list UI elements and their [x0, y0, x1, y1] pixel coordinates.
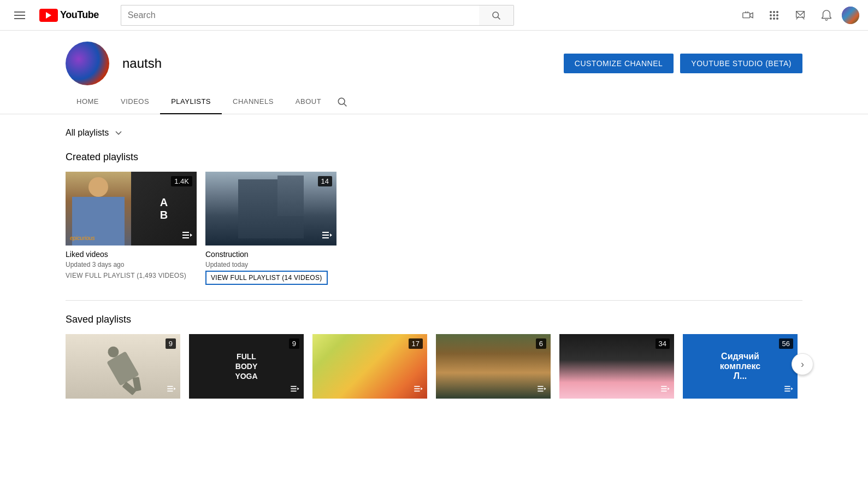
svg-marker-45	[544, 387, 546, 390]
search-input[interactable]	[121, 5, 479, 26]
create-video-button[interactable]	[737, 4, 759, 26]
construction-image	[205, 172, 336, 245]
saved-thumb-watercolor: 17	[312, 334, 427, 399]
tab-videos[interactable]: VIDEOS	[110, 90, 160, 114]
apps-button[interactable]	[763, 4, 785, 26]
search-button[interactable]	[479, 5, 514, 26]
channel-avatar-image	[66, 42, 109, 85]
russian-count: 56	[779, 338, 793, 349]
epicurious-label: epicurious	[70, 235, 95, 241]
liked-count: 1.4K	[171, 176, 192, 186]
dark-list-icon	[291, 384, 299, 394]
liked-person-panel	[66, 172, 131, 245]
dark-card-text: FULLBODYYOGA	[235, 352, 257, 382]
svg-point-11	[776, 11, 778, 13]
construction-view-link[interactable]: VIEW FULL PLAYLIST (14 VIDEOS)	[205, 271, 328, 285]
liked-title: Liked videos	[66, 250, 197, 259]
channel-actions: CUSTOMIZE CHANNEL YOUTUBE STUDIO (BETA)	[564, 54, 802, 73]
construction-title: Construction	[205, 250, 336, 259]
dark-count: 9	[289, 338, 299, 349]
hamburger-menu-button[interactable]	[9, 4, 31, 26]
watercolor-list-icon	[414, 384, 423, 394]
svg-point-15	[770, 17, 772, 20]
svg-marker-49	[668, 387, 669, 390]
search-icon	[491, 10, 501, 20]
tab-playlists[interactable]: PLAYLISTS	[160, 90, 222, 114]
message-icon	[794, 9, 806, 21]
girl-list-icon	[661, 384, 670, 394]
person-head	[88, 177, 108, 197]
svg-marker-6	[750, 13, 753, 17]
channel-search-icon	[336, 96, 347, 107]
video-camera-icon	[742, 9, 754, 21]
tab-channels[interactable]: CHANNELS	[222, 90, 285, 114]
youtube-logo-icon	[39, 9, 58, 22]
svg-point-10	[773, 11, 775, 13]
liked-view-link[interactable]: VIEW FULL PLAYLIST (1,493 VIDEOS)	[66, 272, 186, 279]
saved-playlist-dark[interactable]: FULLBODYYOGA 9	[189, 334, 304, 399]
youtube-studio-button[interactable]: YOUTUBE STUDIO (BETA)	[680, 54, 802, 73]
user-avatar-button[interactable]	[842, 7, 859, 24]
tab-about[interactable]: ABOUT	[285, 90, 332, 114]
yoga-count: 9	[166, 338, 176, 349]
created-playlists-row: AB epicurious 1.4K L	[66, 172, 802, 287]
svg-point-3	[493, 12, 499, 18]
filter-label: All playlists	[66, 128, 109, 138]
playlist-thumb-liked: AB epicurious 1.4K	[66, 172, 197, 245]
svg-point-9	[770, 11, 772, 13]
playlist-card-liked[interactable]: AB epicurious 1.4K L	[66, 172, 197, 287]
saved-playlist-yoga[interactable]: 9	[66, 334, 180, 399]
channel-search-button[interactable]	[332, 92, 352, 112]
svg-point-12	[770, 14, 772, 16]
messages-button[interactable]	[789, 4, 811, 26]
svg-marker-33	[174, 387, 175, 390]
yoga-list-icon	[167, 384, 176, 394]
liked-ab-text: AB	[160, 196, 168, 221]
girl-count: 34	[656, 338, 670, 349]
saved-playlist-girl[interactable]: 34	[559, 334, 674, 399]
customize-channel-button[interactable]: CUSTOMIZE CHANNEL	[564, 54, 674, 73]
apps-grid-icon	[769, 10, 780, 21]
channel-header: nautsh CUSTOMIZE CHANNEL YOUTUBE STUDIO …	[0, 31, 868, 85]
saved-thumb-dog: 6	[436, 334, 551, 399]
created-playlists-title: Created playlists	[66, 151, 802, 163]
channel-avatar[interactable]	[66, 42, 109, 85]
saved-playlist-russian[interactable]: СидячийкомплексЛ... 56	[683, 334, 798, 399]
youtube-logo-text: YouTube	[60, 9, 99, 21]
site-header: YouTube	[0, 0, 868, 31]
saved-playlists-row: 9	[66, 334, 802, 399]
saved-playlist-watercolor[interactable]: 17	[312, 334, 427, 399]
search-bar	[121, 5, 514, 26]
saved-playlists-section: Saved playlists	[66, 314, 802, 399]
carousel-next-button[interactable]: ›	[792, 353, 813, 375]
saved-playlists-title: Saved playlists	[66, 314, 802, 325]
youtube-logo[interactable]: YouTube	[39, 9, 99, 22]
svg-marker-53	[791, 387, 793, 390]
channel-name: nautsh	[122, 56, 162, 71]
saved-thumb-russian: СидячийкомплексЛ... 56	[683, 334, 798, 399]
svg-point-20	[338, 98, 345, 104]
header-right	[737, 4, 859, 26]
construction-count: 14	[318, 176, 332, 186]
svg-point-17	[776, 17, 778, 20]
tab-home[interactable]: HOME	[66, 90, 110, 114]
saved-thumb-girl: 34	[559, 334, 674, 399]
saved-playlist-dog[interactable]: 6	[436, 334, 551, 399]
liked-playlist-info: Liked videos Updated 3 days ago VIEW FUL…	[66, 245, 197, 282]
avatar	[842, 7, 859, 24]
dog-list-icon	[538, 384, 546, 394]
dog-image	[436, 334, 551, 399]
notifications-button[interactable]	[816, 4, 837, 26]
yoga-silhouette	[97, 339, 150, 398]
svg-rect-1	[14, 15, 25, 16]
svg-rect-0	[14, 11, 25, 13]
hamburger-icon	[14, 11, 25, 19]
dark-card-content: FULLBODYYOGA	[189, 334, 304, 399]
crane-shape	[277, 176, 304, 216]
liked-meta: Updated 3 days ago	[66, 261, 197, 268]
section-divider	[66, 300, 802, 301]
svg-line-21	[344, 104, 347, 107]
svg-point-14	[776, 14, 778, 16]
playlist-card-construction[interactable]: 14 Construction Updated today VIEW FULL …	[205, 172, 336, 287]
playlist-filter[interactable]: All playlists	[66, 127, 802, 138]
